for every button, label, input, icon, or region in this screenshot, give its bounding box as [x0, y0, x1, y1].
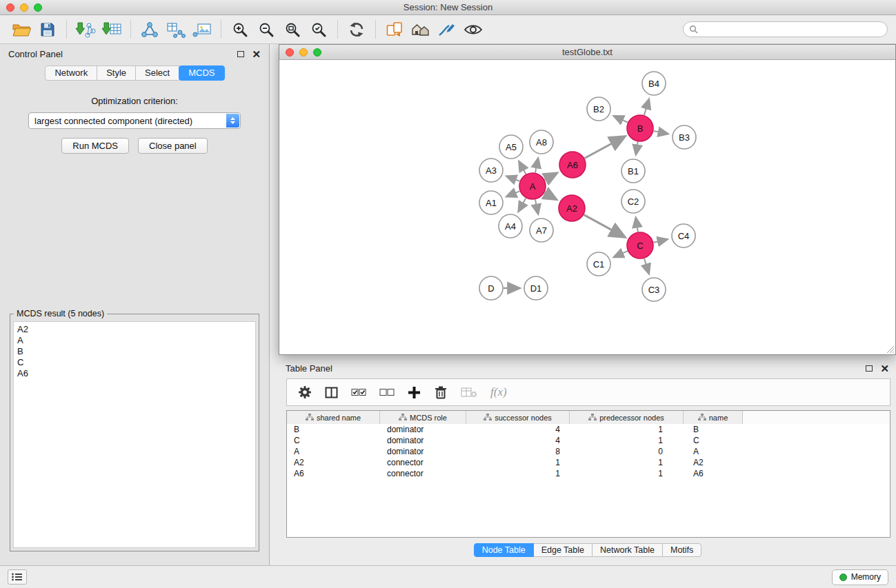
criterion-dropdown[interactable]: largest connected component (directed)	[28, 112, 241, 129]
list-item[interactable]: A6	[14, 368, 255, 379]
zoom-window-button[interactable]	[313, 48, 321, 57]
new-network-button[interactable]	[137, 18, 163, 41]
list-item[interactable]: A2	[14, 324, 255, 335]
tab-network-table[interactable]: Network Table	[592, 543, 663, 557]
zoom-fit-button[interactable]	[279, 18, 306, 41]
graph-edge-C-C4[interactable]	[654, 239, 667, 242]
minimize-window-button[interactable]	[299, 48, 308, 57]
graph-node-A2[interactable]: A2	[559, 195, 585, 221]
graph-node-A7[interactable]: A7	[530, 219, 553, 242]
open-session-button[interactable]	[8, 18, 34, 41]
duplicate-button[interactable]	[381, 18, 408, 41]
export-image-button[interactable]	[189, 18, 215, 41]
graph-node-C4[interactable]: C4	[672, 224, 695, 247]
graph-node-A5[interactable]: A5	[499, 135, 523, 159]
graph-edge-A-A2[interactable]	[544, 193, 555, 199]
list-item[interactable]: C	[14, 357, 255, 368]
graph-node-D1[interactable]: D1	[524, 276, 548, 300]
table-settings-button[interactable]	[298, 385, 312, 399]
float-panel-icon[interactable]	[237, 51, 244, 57]
list-item[interactable]: A	[14, 335, 255, 346]
mcds-result-list[interactable]: A2 A B C A6	[13, 321, 256, 548]
graph-node-A4[interactable]: A4	[499, 214, 522, 238]
graph-edge-A-A5[interactable]	[519, 162, 526, 174]
zoom-in-button[interactable]	[227, 18, 253, 41]
home-button[interactable]	[408, 18, 434, 41]
select-all-button[interactable]	[351, 387, 366, 398]
search-box[interactable]	[683, 21, 888, 37]
graph-edge-C-C1[interactable]	[615, 251, 628, 257]
tab-node-table[interactable]: Node Table	[474, 543, 534, 557]
zoom-out-button[interactable]	[253, 18, 279, 41]
graph-node-B2[interactable]: B2	[587, 97, 610, 121]
graph-node-A6[interactable]: A6	[559, 152, 586, 178]
graph-node-B3[interactable]: B3	[673, 125, 696, 149]
graph-node-A8[interactable]: A8	[530, 130, 553, 154]
tab-edge-table[interactable]: Edge Table	[533, 543, 593, 557]
graph-edge-A-A4[interactable]	[519, 199, 526, 212]
deselect-all-button[interactable]	[379, 387, 395, 398]
zoom-selected-button[interactable]	[306, 18, 332, 41]
graph-edge-A-A3[interactable]	[507, 176, 519, 181]
tab-motifs[interactable]: Motifs	[662, 543, 701, 557]
float-panel-icon[interactable]	[866, 365, 873, 372]
tab-mcds[interactable]: MCDS	[179, 65, 224, 81]
graph-node-B1[interactable]: B1	[621, 159, 645, 183]
save-session-button[interactable]	[34, 18, 61, 41]
table-row[interactable]: A2 connector 1 1 A2	[287, 457, 890, 468]
network-window-titlebar[interactable]: testGlobe.txt	[279, 45, 895, 60]
table-row[interactable]: B dominator 4 1 B	[287, 424, 890, 435]
column-header-successor-nodes[interactable]: successor nodes	[466, 411, 570, 424]
import-network-button[interactable]	[72, 18, 99, 41]
graph-node-C1[interactable]: C1	[587, 252, 610, 276]
graph-node-D[interactable]: D	[479, 276, 503, 300]
memory-button[interactable]: Memory	[832, 569, 888, 585]
graph-edge-C-C2[interactable]	[636, 219, 638, 232]
graph-edge-A6-B[interactable]	[585, 137, 624, 159]
graph-edge-B-B1[interactable]	[636, 142, 638, 154]
network-graph[interactable]: B4B2BB3A5A8A6A3B1AC2A1A2A4A7C4CC1C3DD1	[279, 61, 895, 354]
network-table-button[interactable]	[163, 18, 189, 41]
node-table[interactable]: shared name MCDS role successor nodes pr…	[286, 410, 890, 538]
close-panel-button[interactable]: Close panel	[138, 138, 208, 154]
task-history-button[interactable]	[8, 569, 27, 585]
graph-edge-B-B2[interactable]	[615, 116, 628, 123]
graph-edge-A2-C[interactable]	[584, 215, 624, 237]
graph-node-A3[interactable]: A3	[479, 159, 503, 182]
run-mcds-button[interactable]: Run MCDS	[61, 138, 129, 154]
graph-edge-B-B3[interactable]	[654, 131, 668, 134]
graph-node-C3[interactable]: C3	[642, 278, 666, 301]
column-header-predecessor-nodes[interactable]: predecessor nodes	[570, 411, 684, 424]
show-hide-button[interactable]	[460, 18, 486, 41]
resize-grip[interactable]	[886, 345, 895, 354]
graph-node-C2[interactable]: C2	[621, 190, 645, 213]
table-row[interactable]: C dominator 4 1 C	[287, 435, 890, 446]
table-row[interactable]: A dominator 8 0 A	[287, 446, 890, 457]
graph-edge-A-A6[interactable]	[545, 174, 557, 180]
close-panel-icon[interactable]: ✕	[880, 363, 889, 374]
column-header-name[interactable]: name	[684, 411, 743, 424]
graph-node-C[interactable]: C	[627, 232, 653, 258]
add-column-button[interactable]	[408, 386, 421, 399]
refresh-button[interactable]	[344, 18, 370, 41]
column-header-shared-name[interactable]: shared name	[287, 411, 380, 424]
list-item[interactable]: B	[14, 346, 255, 357]
import-table-button[interactable]	[99, 18, 125, 41]
table-row[interactable]: A6 connector 1 1 A6	[287, 468, 890, 479]
close-panel-icon[interactable]: ✕	[252, 49, 261, 59]
graph-edge-A-A8[interactable]	[535, 159, 538, 173]
graph-edge-C-C3[interactable]	[644, 258, 649, 273]
delete-column-button[interactable]	[434, 385, 448, 399]
graph-node-A[interactable]: A	[519, 173, 546, 199]
search-input[interactable]	[701, 24, 882, 34]
graph-edge-B-B4[interactable]	[644, 100, 649, 115]
tab-select[interactable]: Select	[135, 65, 179, 81]
graph-node-A1[interactable]: A1	[479, 191, 503, 214]
delete-table-button[interactable]	[461, 387, 477, 398]
graph-node-B[interactable]: B	[627, 115, 653, 141]
graph-edge-A-A7[interactable]	[535, 200, 538, 214]
minimize-window-button[interactable]	[20, 3, 28, 12]
column-header-mcds-role[interactable]: MCDS role	[380, 411, 466, 424]
graph-edge-A-A1[interactable]	[507, 191, 519, 196]
apply-style-button[interactable]	[434, 18, 460, 41]
